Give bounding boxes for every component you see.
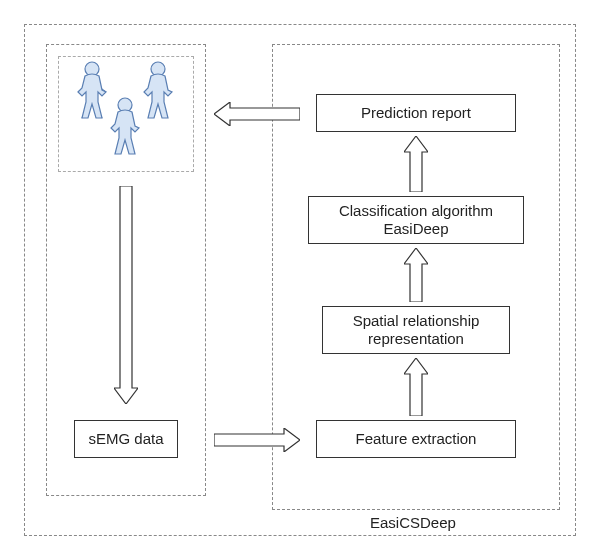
arrow-up-icon <box>404 358 428 416</box>
box-spatial: Spatial relationship representation <box>322 306 510 354</box>
arrow-down-icon <box>114 186 138 404</box>
arrow-up-icon <box>404 136 428 192</box>
box-feature-extraction: Feature extraction <box>316 420 516 458</box>
arrow-left-icon <box>214 102 300 126</box>
box-label: Classification algorithm <box>339 202 493 220</box>
box-label: Spatial relationship <box>353 312 480 330</box>
box-prediction-report: Prediction report <box>316 94 516 132</box>
box-classification: Classification algorithm EasiDeep <box>308 196 524 244</box>
box-label: Prediction report <box>361 104 471 122</box>
box-label: sEMG data <box>88 430 163 448</box>
arrow-up-icon <box>404 248 428 302</box>
box-label: representation <box>368 330 464 348</box>
box-label: EasiDeep <box>383 220 448 238</box>
box-label: Feature extraction <box>356 430 477 448</box>
diagram-title: EasiCSDeep <box>370 514 456 531</box>
person-icon <box>103 96 147 158</box>
box-semg-data: sEMG data <box>74 420 178 458</box>
arrow-right-icon <box>214 428 300 452</box>
